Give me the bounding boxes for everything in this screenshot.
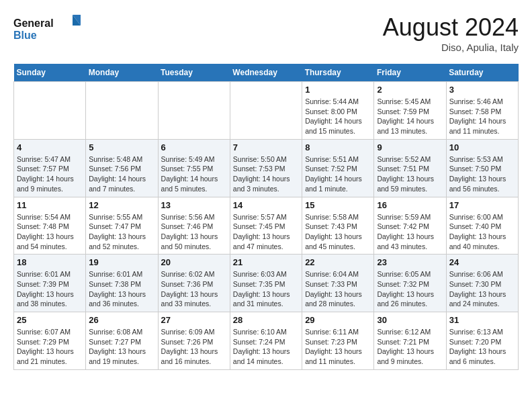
day-info: Sunrise: 6:02 AMSunset: 7:36 PMDaylight:…	[161, 269, 227, 309]
day-info: Sunrise: 5:55 AMSunset: 7:47 PMDaylight:…	[89, 212, 154, 252]
day-info: Sunrise: 6:11 AMSunset: 7:23 PMDaylight:…	[305, 327, 371, 367]
calendar-week-row: 25Sunrise: 6:07 AMSunset: 7:29 PMDayligh…	[14, 312, 519, 370]
day-info: Sunrise: 6:01 AMSunset: 7:38 PMDaylight:…	[89, 269, 154, 309]
calendar-cell: 16Sunrise: 5:59 AMSunset: 7:42 PMDayligh…	[374, 197, 446, 255]
day-info: Sunrise: 5:56 AMSunset: 7:46 PMDaylight:…	[161, 212, 227, 252]
day-number: 23	[377, 257, 443, 267]
calendar-cell: 21Sunrise: 6:03 AMSunset: 7:35 PMDayligh…	[230, 255, 302, 312]
day-info: Sunrise: 5:58 AMSunset: 7:43 PMDaylight:…	[305, 212, 371, 252]
calendar-cell: 11Sunrise: 5:54 AMSunset: 7:48 PMDayligh…	[14, 197, 86, 255]
day-info: Sunrise: 5:45 AMSunset: 7:59 PMDaylight:…	[377, 97, 443, 136]
calendar-cell: 30Sunrise: 6:12 AMSunset: 7:21 PMDayligh…	[374, 312, 446, 370]
day-number: 7	[233, 142, 299, 152]
weekday-header-wednesday: Wednesday	[230, 64, 302, 82]
calendar-cell: 25Sunrise: 6:07 AMSunset: 7:29 PMDayligh…	[14, 312, 86, 370]
day-info: Sunrise: 6:01 AMSunset: 7:39 PMDaylight:…	[17, 269, 83, 309]
day-number: 30	[377, 315, 443, 325]
day-info: Sunrise: 6:13 AMSunset: 7:20 PMDaylight:…	[449, 327, 515, 367]
weekday-header-monday: Monday	[86, 64, 158, 82]
day-number: 29	[305, 315, 371, 325]
calendar-cell: 20Sunrise: 6:02 AMSunset: 7:36 PMDayligh…	[158, 255, 230, 312]
calendar-cell: 27Sunrise: 6:09 AMSunset: 7:26 PMDayligh…	[158, 312, 230, 370]
day-number: 9	[377, 142, 443, 152]
svg-text:General: General	[13, 17, 54, 29]
day-info: Sunrise: 5:44 AMSunset: 8:00 PMDaylight:…	[305, 97, 371, 136]
calendar-cell: 28Sunrise: 6:10 AMSunset: 7:24 PMDayligh…	[230, 312, 302, 370]
month-year-title: August 2024	[383, 13, 519, 42]
day-number: 22	[305, 257, 371, 267]
day-number: 26	[89, 315, 154, 325]
day-number: 20	[161, 257, 227, 267]
day-info: Sunrise: 6:06 AMSunset: 7:30 PMDaylight:…	[449, 269, 515, 309]
day-number: 12	[89, 200, 154, 210]
day-info: Sunrise: 6:09 AMSunset: 7:26 PMDaylight:…	[161, 327, 227, 367]
day-info: Sunrise: 5:52 AMSunset: 7:51 PMDaylight:…	[377, 154, 443, 194]
day-info: Sunrise: 6:10 AMSunset: 7:24 PMDaylight:…	[233, 327, 299, 367]
day-number: 27	[161, 315, 227, 325]
day-info: Sunrise: 5:50 AMSunset: 7:53 PMDaylight:…	[233, 154, 299, 194]
day-info: Sunrise: 5:59 AMSunset: 7:42 PMDaylight:…	[377, 212, 443, 252]
weekday-header-saturday: Saturday	[446, 64, 518, 82]
calendar-cell: 3Sunrise: 5:46 AMSunset: 7:58 PMDaylight…	[446, 82, 518, 140]
day-number: 2	[377, 85, 443, 95]
day-number: 31	[449, 315, 515, 325]
day-number: 18	[17, 257, 83, 267]
day-number: 19	[89, 257, 154, 267]
calendar-cell	[158, 82, 230, 140]
calendar-cell	[86, 82, 158, 140]
title-block: August 2024 Diso, Apulia, Italy	[383, 13, 519, 53]
calendar-cell: 14Sunrise: 5:57 AMSunset: 7:45 PMDayligh…	[230, 197, 302, 255]
calendar-cell: 6Sunrise: 5:49 AMSunset: 7:55 PMDaylight…	[158, 139, 230, 197]
day-info: Sunrise: 5:46 AMSunset: 7:58 PMDaylight:…	[449, 97, 515, 136]
calendar-week-row: 4Sunrise: 5:47 AMSunset: 7:57 PMDaylight…	[14, 139, 519, 197]
weekday-header-thursday: Thursday	[302, 64, 374, 82]
day-info: Sunrise: 5:49 AMSunset: 7:55 PMDaylight:…	[161, 154, 227, 194]
calendar-cell: 17Sunrise: 6:00 AMSunset: 7:40 PMDayligh…	[446, 197, 518, 255]
calendar-cell: 18Sunrise: 6:01 AMSunset: 7:39 PMDayligh…	[14, 255, 86, 312]
day-info: Sunrise: 5:57 AMSunset: 7:45 PMDaylight:…	[233, 212, 299, 252]
calendar-cell: 29Sunrise: 6:11 AMSunset: 7:23 PMDayligh…	[302, 312, 374, 370]
location-subtitle: Diso, Apulia, Italy	[383, 42, 519, 53]
day-info: Sunrise: 5:53 AMSunset: 7:50 PMDaylight:…	[449, 154, 515, 194]
calendar-cell: 1Sunrise: 5:44 AMSunset: 8:00 PMDaylight…	[302, 82, 374, 140]
day-number: 14	[233, 200, 299, 210]
day-number: 11	[17, 200, 83, 210]
day-info: Sunrise: 5:48 AMSunset: 7:56 PMDaylight:…	[89, 154, 154, 194]
day-info: Sunrise: 6:08 AMSunset: 7:27 PMDaylight:…	[89, 327, 154, 367]
calendar-cell: 15Sunrise: 5:58 AMSunset: 7:43 PMDayligh…	[302, 197, 374, 255]
calendar-cell: 19Sunrise: 6:01 AMSunset: 7:38 PMDayligh…	[86, 255, 158, 312]
day-number: 1	[305, 85, 371, 95]
day-number: 10	[449, 142, 515, 152]
day-number: 21	[233, 257, 299, 267]
calendar-cell	[230, 82, 302, 140]
day-number: 13	[161, 200, 227, 210]
day-number: 6	[161, 142, 227, 152]
svg-text:Blue: Blue	[13, 30, 37, 41]
day-info: Sunrise: 6:07 AMSunset: 7:29 PMDaylight:…	[17, 327, 83, 367]
calendar-cell: 8Sunrise: 5:51 AMSunset: 7:52 PMDaylight…	[302, 139, 374, 197]
calendar-cell: 13Sunrise: 5:56 AMSunset: 7:46 PMDayligh…	[158, 197, 230, 255]
calendar-cell: 12Sunrise: 5:55 AMSunset: 7:47 PMDayligh…	[86, 197, 158, 255]
page-header: General Blue August 2024 Diso, Apulia, I…	[13, 13, 519, 53]
calendar-week-row: 1Sunrise: 5:44 AMSunset: 8:00 PMDaylight…	[14, 82, 519, 140]
day-info: Sunrise: 6:03 AMSunset: 7:35 PMDaylight:…	[233, 269, 299, 309]
day-number: 3	[449, 85, 515, 95]
calendar-cell: 31Sunrise: 6:13 AMSunset: 7:20 PMDayligh…	[446, 312, 518, 370]
calendar-cell: 2Sunrise: 5:45 AMSunset: 7:59 PMDaylight…	[374, 82, 446, 140]
day-number: 24	[449, 257, 515, 267]
calendar-cell: 22Sunrise: 6:04 AMSunset: 7:33 PMDayligh…	[302, 255, 374, 312]
day-info: Sunrise: 6:05 AMSunset: 7:32 PMDaylight:…	[377, 269, 443, 309]
calendar-cell	[14, 82, 86, 140]
day-info: Sunrise: 6:04 AMSunset: 7:33 PMDaylight:…	[305, 269, 371, 309]
weekday-header-friday: Friday	[374, 64, 446, 82]
day-info: Sunrise: 5:47 AMSunset: 7:57 PMDaylight:…	[17, 154, 83, 194]
day-number: 17	[449, 200, 515, 210]
day-info: Sunrise: 5:54 AMSunset: 7:48 PMDaylight:…	[17, 212, 83, 252]
day-info: Sunrise: 6:12 AMSunset: 7:21 PMDaylight:…	[377, 327, 443, 367]
day-number: 16	[377, 200, 443, 210]
logo: General Blue	[13, 13, 81, 47]
day-number: 15	[305, 200, 371, 210]
day-number: 5	[89, 142, 154, 152]
day-number: 4	[17, 142, 83, 152]
calendar-cell: 23Sunrise: 6:05 AMSunset: 7:32 PMDayligh…	[374, 255, 446, 312]
